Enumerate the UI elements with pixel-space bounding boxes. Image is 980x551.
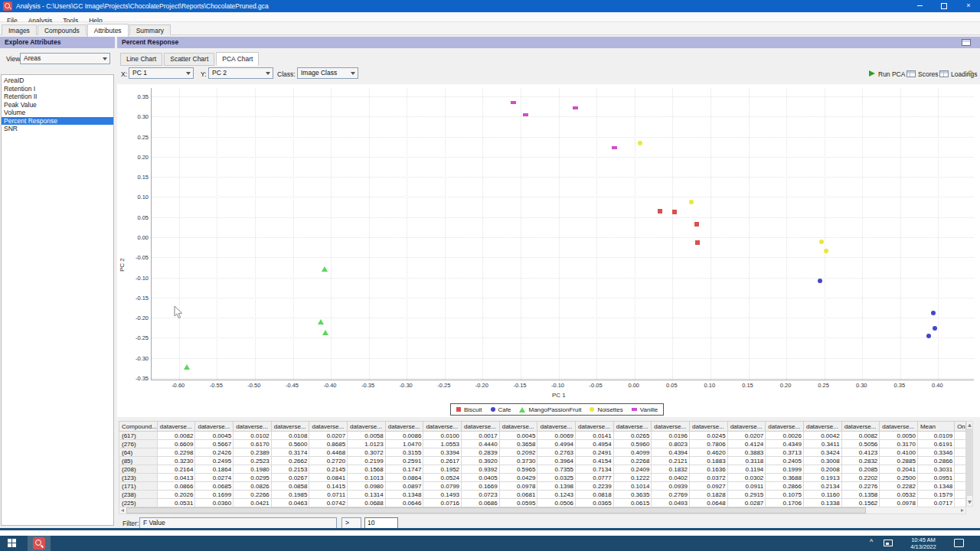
taskbar-app-button[interactable] (28, 536, 51, 551)
cell-value[interactable]: 0.2121 (652, 457, 690, 465)
point-noisettes[interactable] (689, 200, 694, 204)
cell-value[interactable]: 0.0413 (157, 474, 195, 482)
column-header-dataverse-[interactable]: dataverse... (652, 422, 690, 432)
scroll-down-icon[interactable] (968, 500, 972, 504)
cell-value[interactable]: 0.0681 (499, 491, 537, 499)
point-mangopassionfruit[interactable] (184, 364, 190, 370)
table-row[interactable]: (617)0.00820.00450.01020.01080.02070.005… (119, 432, 966, 440)
cell-value[interactable]: 0.1913 (803, 474, 841, 482)
point-biscuit[interactable] (695, 240, 700, 245)
cell-value[interactable]: 0.1568 (348, 465, 386, 474)
cell-value[interactable]: 0.3230 (157, 457, 195, 465)
cell-value[interactable]: 0.0141 (576, 432, 614, 440)
cell-value[interactable]: 0.0274 (195, 474, 234, 482)
cell-value[interactable]: 1.0553 (423, 440, 462, 448)
cell-value[interactable]: 0.2389 (234, 448, 272, 457)
x-axis-select[interactable]: PC 1 (129, 67, 194, 79)
gear-icon[interactable]: ⚙ (967, 69, 974, 77)
cell-value[interactable]: 0.0287 (727, 499, 766, 507)
cell-value[interactable]: 0.0086 (385, 432, 423, 440)
cell-value[interactable]: 0.1980 (234, 465, 272, 474)
cell-mean[interactable]: 0.6191 (917, 440, 954, 448)
cell-value[interactable]: 0.2268 (613, 457, 652, 465)
cell-value[interactable]: 0.1075 (766, 491, 804, 499)
cell-value[interactable]: 0.0648 (690, 499, 728, 507)
cell-value[interactable]: 0.0506 (537, 499, 576, 507)
horizontal-scroll-thumb[interactable] (126, 507, 866, 514)
cell-value[interactable]: 0.2153 (271, 465, 309, 474)
cell-value[interactable]: 1.0470 (385, 440, 423, 448)
cell-on[interactable] (955, 499, 966, 507)
column-header-dataverse-[interactable]: dataverse... (271, 422, 309, 432)
cell-value[interactable]: 0.2145 (309, 465, 348, 474)
notification-center-icon[interactable] (954, 539, 964, 547)
cell-value[interactable]: 0.4620 (690, 448, 728, 457)
cell-value[interactable]: 0.0058 (348, 432, 386, 440)
cell-value[interactable]: 0.1636 (690, 465, 728, 474)
start-button[interactable] (0, 536, 24, 551)
cell-value[interactable]: 0.3635 (613, 491, 652, 499)
column-header-dataverse-[interactable]: dataverse... (766, 422, 804, 432)
cell-value[interactable]: 0.0532 (880, 491, 918, 499)
cell-value[interactable]: 0.1493 (423, 491, 462, 499)
cell-value[interactable]: 0.0365 (576, 499, 614, 507)
cell-value[interactable]: 0.0325 (537, 474, 576, 482)
cell-value[interactable]: 0.2591 (385, 457, 423, 465)
cell-mean[interactable]: 0.3031 (917, 465, 954, 474)
view-select[interactable]: Areas (20, 53, 110, 64)
cell-value[interactable]: 0.3658 (499, 440, 537, 448)
cell-value[interactable]: 0.2915 (727, 491, 766, 499)
cell-value[interactable]: 0.0207 (727, 432, 766, 440)
attribute-item-retention-i[interactable]: Retention I (2, 85, 113, 93)
cell-value[interactable]: 0.4994 (537, 440, 576, 448)
cell-value[interactable]: 0.3688 (766, 474, 804, 482)
column-header-dataverse-[interactable]: dataverse... (385, 422, 423, 432)
cell-value[interactable]: 0.2500 (880, 474, 918, 482)
cell-value[interactable]: 0.2026 (157, 491, 195, 499)
point-vanille[interactable] (511, 101, 516, 104)
table-row[interactable]: (238)0.20260.16990.22660.19850.07110.131… (119, 491, 966, 499)
cell-value[interactable]: 0.3170 (880, 440, 918, 448)
column-header-dataverse-[interactable]: dataverse... (499, 422, 537, 432)
cell-value[interactable]: 0.2839 (462, 448, 500, 457)
cell-value[interactable]: 0.2199 (348, 457, 386, 465)
cell-value[interactable]: 0.1348 (385, 491, 423, 499)
cell-value[interactable]: 0.2202 (841, 474, 880, 482)
cell-value[interactable]: 0.1832 (652, 465, 690, 474)
cell-value[interactable]: 0.3713 (766, 448, 804, 457)
cell-value[interactable]: 0.2266 (234, 491, 272, 499)
cell-value[interactable]: 0.0267 (271, 474, 309, 482)
column-header-dataverse-[interactable]: dataverse... (309, 422, 348, 432)
cell-value[interactable]: 0.1706 (766, 499, 804, 507)
cell-value[interactable]: 0.8023 (652, 440, 690, 448)
cell-value[interactable]: 0.2409 (613, 465, 652, 474)
column-header-dataverse-[interactable]: dataverse... (576, 422, 614, 432)
cell-value[interactable]: 0.0102 (234, 432, 272, 440)
column-header-compound-[interactable]: Compound... (119, 422, 158, 432)
cell-value[interactable]: 0.1562 (841, 499, 880, 507)
cell-value[interactable]: 0.0826 (234, 482, 272, 491)
cell-value[interactable]: 0.2008 (803, 465, 841, 474)
point-vanille[interactable] (612, 146, 617, 149)
close-button[interactable]: × (957, 0, 980, 12)
point-cafe[interactable] (933, 326, 937, 331)
restore-button[interactable] (933, 0, 956, 12)
cell-value[interactable]: 0.1415 (309, 482, 348, 491)
column-header-dataverse-[interactable]: dataverse... (841, 422, 880, 432)
cell-mean[interactable]: 0.0717 (917, 499, 954, 507)
cell-value[interactable]: 0.4954 (576, 440, 614, 448)
cell-value[interactable]: 0.0082 (157, 432, 195, 440)
cell-value[interactable]: 0.0685 (195, 482, 234, 491)
cell-value[interactable]: 0.1952 (423, 465, 462, 474)
cell-value[interactable]: 0.4123 (841, 448, 880, 457)
cell-value[interactable]: 0.4440 (462, 440, 500, 448)
cell-value[interactable]: 0.0799 (423, 482, 462, 491)
cell-value[interactable]: 0.0295 (234, 474, 272, 482)
cell-value[interactable]: 0.3072 (348, 448, 386, 457)
cell-value[interactable]: 0.0045 (499, 432, 537, 440)
column-header-dataverse-[interactable]: dataverse... (880, 422, 918, 432)
chart-tab-pca-chart[interactable]: PCA Chart (216, 52, 259, 66)
cell-value[interactable]: 0.0017 (462, 432, 500, 440)
column-header-dataverse-[interactable]: dataverse... (727, 422, 766, 432)
cell-value[interactable]: 0.1338 (803, 499, 841, 507)
